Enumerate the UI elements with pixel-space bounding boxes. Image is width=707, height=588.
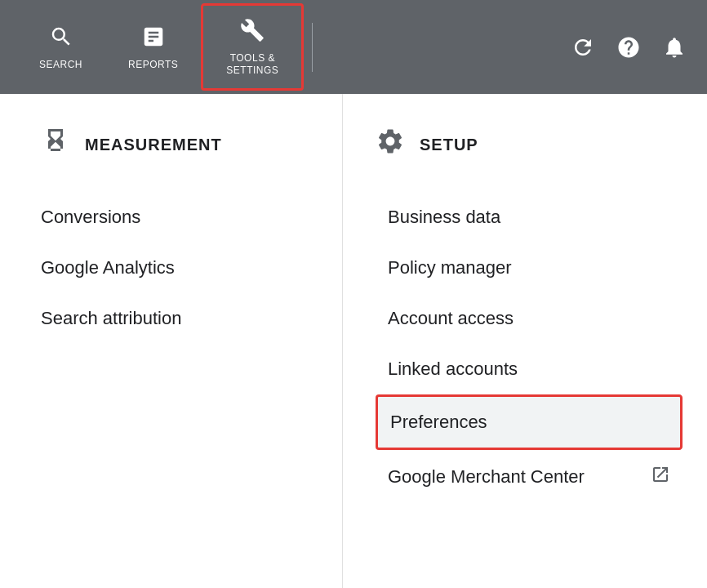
- google-analytics-item[interactable]: Google Analytics: [41, 243, 318, 293]
- reports-icon: [141, 24, 166, 52]
- nav-reports-label: REPORTS: [128, 59, 178, 70]
- setup-title: SETUP: [420, 136, 478, 154]
- search-attribution-item[interactable]: Search attribution: [41, 293, 318, 344]
- top-nav: SEARCH REPORTS TOOLS &SETTINGS: [0, 0, 707, 94]
- nav-tools-label: TOOLS &SETTINGS: [226, 52, 278, 76]
- setup-menu: Business data Policy manager Account acc…: [376, 192, 683, 504]
- refresh-button[interactable]: [567, 31, 599, 64]
- external-link-icon: [651, 465, 670, 489]
- main-content: MEASUREMENT Conversions Google Analytics…: [0, 94, 707, 588]
- measurement-header: MEASUREMENT: [41, 127, 318, 163]
- left-panel: MEASUREMENT Conversions Google Analytics…: [0, 94, 343, 588]
- nav-item-search[interactable]: SEARCH: [16, 12, 105, 82]
- search-icon: [49, 24, 73, 52]
- conversions-item[interactable]: Conversions: [41, 192, 318, 243]
- nav-right: [567, 31, 691, 64]
- nav-divider: [312, 23, 313, 72]
- linked-accounts-item[interactable]: Linked accounts: [376, 344, 683, 394]
- measurement-menu: Conversions Google Analytics Search attr…: [41, 192, 318, 344]
- help-button[interactable]: [612, 31, 645, 64]
- nav-search-label: SEARCH: [39, 59, 82, 70]
- measurement-icon: [41, 127, 70, 163]
- nav-item-tools-settings[interactable]: TOOLS &SETTINGS: [201, 3, 304, 91]
- business-data-item[interactable]: Business data: [376, 192, 683, 243]
- google-merchant-center-item[interactable]: Google Merchant Center: [376, 450, 683, 504]
- preferences-item[interactable]: Preferences: [376, 394, 683, 450]
- measurement-title: MEASUREMENT: [85, 136, 222, 154]
- setup-icon: [376, 127, 405, 163]
- notifications-button[interactable]: [658, 31, 691, 64]
- account-access-item[interactable]: Account access: [376, 293, 683, 344]
- right-panel: SETUP Business data Policy manager Accou…: [343, 94, 707, 588]
- tools-settings-icon: [240, 18, 265, 46]
- nav-left: SEARCH REPORTS TOOLS &SETTINGS: [16, 3, 304, 91]
- nav-item-reports[interactable]: REPORTS: [105, 12, 201, 82]
- setup-header: SETUP: [376, 127, 683, 163]
- policy-manager-item[interactable]: Policy manager: [376, 243, 683, 293]
